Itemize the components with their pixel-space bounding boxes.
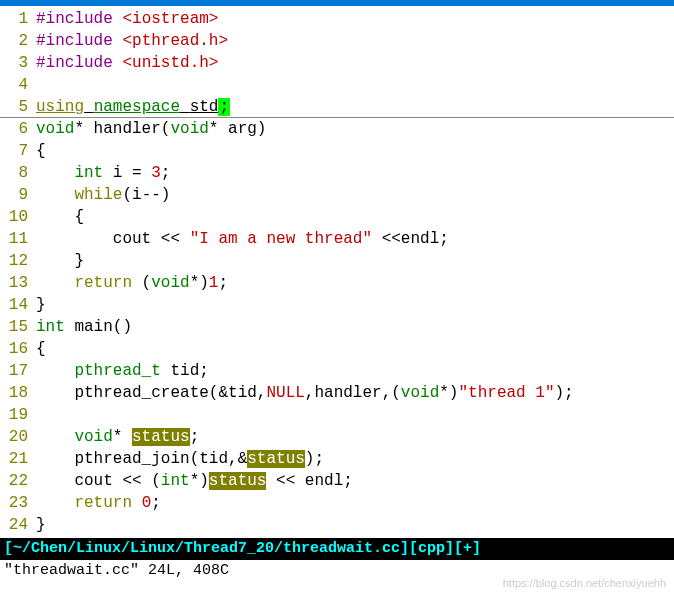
line-number: 23 [0,492,36,514]
code-content: return (void*)1; [36,272,674,294]
line-number: 7 [0,140,36,162]
line-number: 9 [0,184,36,206]
code-line: 3#include <unistd.h> [0,52,674,74]
code-line: 11 cout << "I am a new thread" <<endl; [0,228,674,250]
line-number: 24 [0,514,36,536]
status-bar: [~/Chen/Linux/Linux/Thread7_20/threadwai… [0,538,674,560]
code-line: 4 [0,74,674,96]
code-content: int main() [36,316,674,338]
watermark: https://blog.csdn.net/chenxiyuehh [503,577,666,589]
search-match: status [247,450,305,468]
line-number: 21 [0,448,36,470]
cursor: ; [218,98,230,116]
code-content: while(i--) [36,184,674,206]
code-line: 7{ [0,140,674,162]
line-number: 20 [0,426,36,448]
search-match: status [209,472,267,490]
code-content: #include <iostream> [36,8,674,30]
code-content: { [36,140,674,162]
line-number: 17 [0,360,36,382]
code-content: } [36,250,674,272]
line-number: 3 [0,52,36,74]
code-line: 8 int i = 3; [0,162,674,184]
line-number: 19 [0,404,36,426]
code-content: #include <pthread.h> [36,30,674,52]
line-number: 15 [0,316,36,338]
line-number: 22 [0,470,36,492]
code-line: 2#include <pthread.h> [0,30,674,52]
code-content: #include <unistd.h> [36,52,674,74]
code-content: void* handler(void* arg) [36,118,674,140]
code-line: 23 return 0; [0,492,674,514]
code-content: pthread_join(tid,&status); [36,448,674,470]
code-content: pthread_t tid; [36,360,674,382]
line-number: 18 [0,382,36,404]
line-number: 6 [0,118,36,140]
line-number: 12 [0,250,36,272]
search-match: status [132,428,190,446]
line-number: 8 [0,162,36,184]
code-line: 1#include <iostream> [0,8,674,30]
code-line: 13 return (void*)1; [0,272,674,294]
line-number: 14 [0,294,36,316]
line-number: 2 [0,30,36,52]
code-content [36,404,674,426]
line-number: 5 [0,96,36,117]
line-number: 13 [0,272,36,294]
code-content: { [36,338,674,360]
code-content: return 0; [36,492,674,514]
code-content [36,74,674,96]
code-content: cout << "I am a new thread" <<endl; [36,228,674,250]
line-number: 4 [0,74,36,96]
code-line: 15int main() [0,316,674,338]
line-number: 10 [0,206,36,228]
code-content: pthread_create(&tid,NULL,handler,(void*)… [36,382,674,404]
code-line: 12 } [0,250,674,272]
code-content: void* status; [36,426,674,448]
code-line: 16{ [0,338,674,360]
line-number: 11 [0,228,36,250]
code-line: 17 pthread_t tid; [0,360,674,382]
code-line: 24} [0,514,674,536]
code-line: 20 void* status; [0,426,674,448]
code-line: 6void* handler(void* arg) [0,118,674,140]
code-content: } [36,294,674,316]
code-line: 14} [0,294,674,316]
code-line: 9 while(i--) [0,184,674,206]
code-editor[interactable]: 1#include <iostream> 2#include <pthread.… [0,6,674,538]
code-line: 18 pthread_create(&tid,NULL,handler,(voi… [0,382,674,404]
line-number: 1 [0,8,36,30]
code-line: 10 { [0,206,674,228]
code-content: } [36,514,674,536]
code-line: 21 pthread_join(tid,&status); [0,448,674,470]
code-line: 22 cout << (int*)status << endl; [0,470,674,492]
code-content: { [36,206,674,228]
code-content: using namespace std; [36,96,674,117]
code-line: 19 [0,404,674,426]
code-content: cout << (int*)status << endl; [36,470,674,492]
line-number: 16 [0,338,36,360]
code-line-current: 5using namespace std; [0,96,674,118]
code-content: int i = 3; [36,162,674,184]
